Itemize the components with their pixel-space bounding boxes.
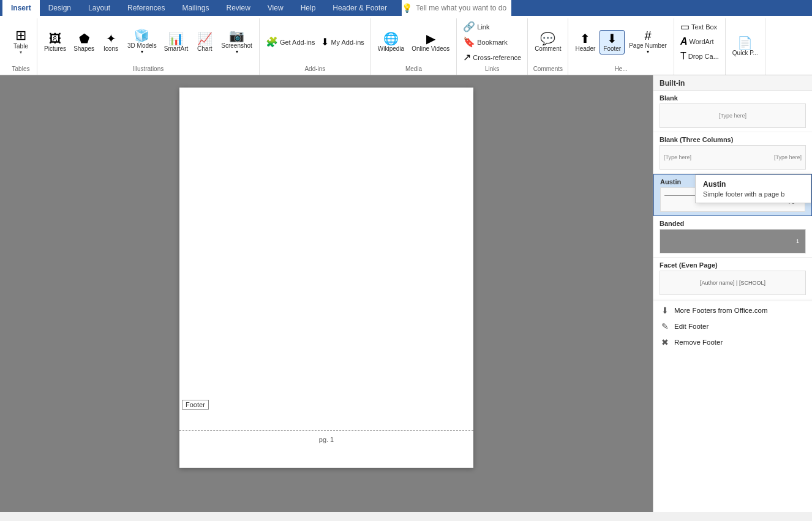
group-links: 🔗 Link 🔖 Bookmark ↗ Cross-reference Link… <box>457 18 528 75</box>
edit-footer-item[interactable]: ✎ Edit Footer <box>653 318 812 334</box>
quickparts-button[interactable]: 📄 Quick P... <box>729 35 761 58</box>
icons-button[interactable]: ✦ Icons <box>99 31 123 54</box>
page-number-icon: # <box>644 29 651 42</box>
online-videos-label: Online Videos <box>412 45 449 52</box>
tooltip-title: Austin <box>703 180 803 189</box>
dropcap-label: Drop Ca... <box>688 53 719 60</box>
smartart-icon: 📊 <box>168 32 184 45</box>
page-number-button[interactable]: # Page Number ▾ <box>626 28 670 56</box>
get-addins-icon: 🧩 <box>266 36 278 48</box>
screenshot-arrow: ▾ <box>236 49 238 54</box>
link-button[interactable]: 🔗 Link <box>461 20 492 34</box>
tab-header-footer[interactable]: Header & Footer <box>324 0 396 16</box>
get-addins-button[interactable]: 🧩 Get Add-ins <box>263 34 317 50</box>
page-number-arrow: ▾ <box>647 49 649 54</box>
hf-group-label: He... <box>615 66 628 73</box>
page-number-label: Page Number <box>629 42 667 49</box>
group-qp-items: 📄 Quick P... <box>729 20 761 73</box>
3d-models-button[interactable]: 🧊 3D Models ▾ <box>124 28 160 56</box>
footer-option-facet[interactable]: Facet (Even Page) [Author name] | [SCHOO… <box>653 258 812 299</box>
wikipedia-icon: 🌐 <box>383 32 399 45</box>
my-addins-icon: ⬇ <box>321 36 329 48</box>
lightbulb-icon: 💡 <box>402 3 412 13</box>
chart-button[interactable]: 📈 Chart <box>192 31 217 54</box>
group-comments-items: 💬 Comment <box>532 20 564 64</box>
textbox-button[interactable]: ▭ Text Box <box>678 20 720 34</box>
group-text: ▭ Text Box A WordArt T Drop Ca... <box>674 18 726 75</box>
tab-view[interactable]: View <box>259 0 292 16</box>
group-comments: 💬 Comment Comments <box>528 18 568 75</box>
wordart-icon: A <box>680 36 688 47</box>
cross-reference-icon: ↗ <box>463 51 471 63</box>
addins-group-label: Add-ins <box>304 66 325 73</box>
group-media-items: 🌐 Wikipedia ▶ Online Videos <box>375 20 453 64</box>
screenshot-button[interactable]: 📷 Screenshot ▾ <box>218 28 255 56</box>
group-text-items: ▭ Text Box A WordArt T Drop Ca... <box>678 20 721 73</box>
dropdown-separator <box>653 301 812 301</box>
tab-insert[interactable]: Insert <box>2 0 40 16</box>
icons-label: Icons <box>103 45 118 52</box>
wikipedia-button[interactable]: 🌐 Wikipedia <box>375 31 407 54</box>
ribbon: Insert Design Layout References Mailings… <box>0 0 812 16</box>
pictures-button[interactable]: 🖼 Pictures <box>41 31 69 54</box>
tables-group-label: Tables <box>12 66 30 73</box>
header-button[interactable]: ⬆ Header <box>572 31 598 54</box>
tab-mailings[interactable]: Mailings <box>173 0 217 16</box>
online-videos-button[interactable]: ▶ Online Videos <box>408 31 453 54</box>
more-footers-item[interactable]: ⬇ More Footers from Office.com <box>653 302 812 318</box>
quickparts-label: Quick P... <box>732 50 758 56</box>
tell-me-input[interactable] <box>413 2 511 13</box>
footer-icon: ⬇ <box>607 32 617 45</box>
footer-page-text: pg. 1 <box>319 436 334 443</box>
cross-reference-button[interactable]: ↗ Cross-reference <box>461 50 524 64</box>
3d-models-label: 3D Models <box>127 42 157 49</box>
facet-option-label: Facet (Even Page) <box>660 261 806 269</box>
remove-footer-label: Remove Footer <box>674 339 723 346</box>
illustrations-group-label: Illustrations <box>133 66 164 73</box>
group-tables-items: ⊞ Table ▾ <box>9 20 33 64</box>
footer-option-banded[interactable]: Banded 1 <box>653 216 812 258</box>
bookmark-icon: 🔖 <box>463 36 475 48</box>
document-page: Footer pg. 1 <box>179 88 473 468</box>
footer-option-austin[interactable]: Austin pg. 1 Austin Simple footer with a… <box>653 174 812 216</box>
tab-design[interactable]: Design <box>40 0 80 16</box>
group-hf-items: ⬆ Header ⬇ Footer # Page Number ▾ <box>572 20 669 64</box>
table-label: Table <box>13 43 28 50</box>
comment-button[interactable]: 💬 Comment <box>532 31 564 54</box>
bookmark-button[interactable]: 🔖 Bookmark <box>461 35 510 49</box>
tab-references[interactable]: References <box>119 0 173 16</box>
textbox-icon: ▭ <box>680 21 690 32</box>
remove-footer-item[interactable]: ✖ Remove Footer <box>653 334 812 350</box>
dropcap-button[interactable]: T Drop Ca... <box>678 50 721 63</box>
header-label: Header <box>575 45 595 52</box>
built-in-section-label: Built-in <box>653 75 812 91</box>
my-addins-button[interactable]: ⬇ My Add-ins <box>318 34 366 50</box>
3d-models-icon: 🧊 <box>134 29 149 42</box>
icons-icon: ✦ <box>106 32 116 45</box>
main-area: Footer pg. 1 Built-in Blank [Type here] … <box>0 75 812 512</box>
wordart-button[interactable]: A WordArt <box>678 35 716 48</box>
footer-option-three-col[interactable]: Blank (Three Columns) [Type here] [Type … <box>653 132 812 174</box>
austin-tooltip: Austin Simple footer with a page b <box>695 174 811 203</box>
cross-reference-label: Cross-reference <box>473 54 521 61</box>
remove-footer-icon: ✖ <box>660 337 671 347</box>
footer-option-blank[interactable]: Blank [Type here] <box>653 91 812 132</box>
group-illustrations: 🖼 Pictures ⬟ Shapes ✦ Icons 🧊 3D Models … <box>37 18 260 75</box>
pictures-label: Pictures <box>44 45 66 52</box>
table-button[interactable]: ⊞ Table ▾ <box>9 27 33 57</box>
tab-layout[interactable]: Layout <box>80 0 119 16</box>
document-body <box>179 88 473 430</box>
smartart-button[interactable]: 📊 SmartArt <box>161 31 191 54</box>
three-col-option-preview: [Type here] [Type here] <box>660 145 806 170</box>
group-addins-items: 🧩 Get Add-ins ⬇ My Add-ins <box>263 20 367 64</box>
footer-button[interactable]: ⬇ Footer <box>600 30 625 54</box>
facet-option-preview: [Author name] | [SCHOOL] <box>660 271 806 295</box>
dropcap-icon: T <box>680 51 686 62</box>
tab-review[interactable]: Review <box>217 0 258 16</box>
shapes-button[interactable]: ⬟ Shapes <box>70 31 97 54</box>
group-media: 🌐 Wikipedia ▶ Online Videos Media <box>371 18 457 75</box>
screenshot-label: Screenshot <box>221 42 252 49</box>
group-links-items: 🔗 Link 🔖 Bookmark ↗ Cross-reference <box>461 20 524 64</box>
tab-help[interactable]: Help <box>292 0 325 16</box>
group-illustrations-items: 🖼 Pictures ⬟ Shapes ✦ Icons 🧊 3D Models … <box>41 20 255 64</box>
